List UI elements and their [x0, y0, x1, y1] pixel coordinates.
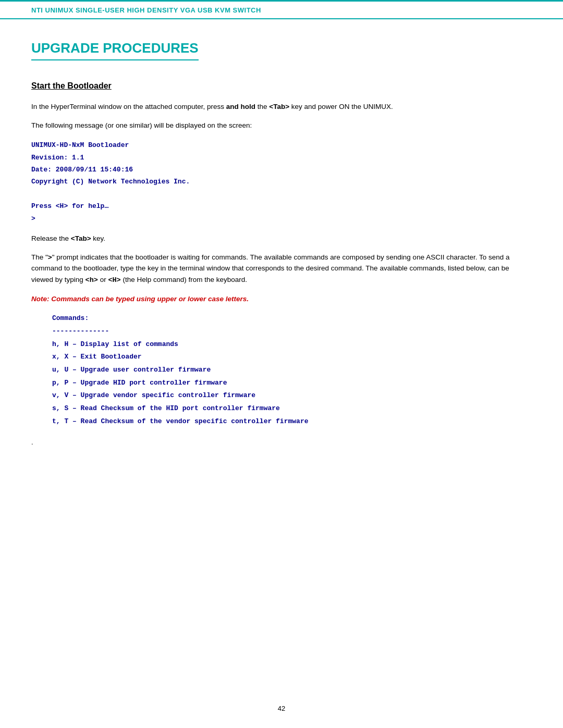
- page-number: 42: [278, 705, 285, 712]
- cmd-line-1: h, H – Display list of commands: [52, 338, 532, 351]
- code-line-6: >: [31, 213, 532, 225]
- cmd-line-2: x, X – Exit Bootloader: [52, 351, 532, 364]
- intro-text-end: key and power ON the UNIMUX.: [291, 103, 393, 110]
- code-line-blank: [31, 188, 532, 200]
- intro-bold: and hold: [226, 103, 255, 110]
- commands-separator: --------------: [52, 325, 532, 338]
- page-container: NTI UNIMUX SINGLE-USER HIGH DENSITY VGA …: [0, 0, 563, 728]
- prompt-paragraph: The ">" prompt indicates that the bootlo…: [31, 252, 532, 286]
- cmd-line-5: v, V – Upgrade vendor specific controlle…: [52, 389, 532, 402]
- note-text: Note: Commands can be typed using upper …: [31, 295, 532, 303]
- intro-text-pre: In the HyperTerminal window on the attac…: [31, 103, 226, 110]
- intro-text-mid: the: [258, 103, 270, 110]
- page-footer: 42: [0, 705, 563, 712]
- cmd-line-7: t, T – Read Checksum of the vendor speci…: [52, 415, 532, 428]
- intro-tab-key: <Tab>: [269, 103, 289, 110]
- code-line-5: Press <H> for help…: [31, 200, 532, 212]
- content-area: UPGRADE PROCEDURES Start the Bootloader …: [0, 19, 563, 477]
- commands-block: Commands: -------------- h, H – Display …: [52, 312, 532, 428]
- page-main-title: UPGRADE PROCEDURES: [31, 40, 199, 60]
- code-line-4: Copyright (C) Network Technologies Inc.: [31, 176, 532, 188]
- release-paragraph: Release the <Tab> key.: [31, 233, 532, 244]
- release-pre: Release the: [31, 235, 71, 242]
- prompt-text: The ">" prompt indicates that the bootlo…: [31, 253, 510, 283]
- code-line-2: Revision: 1.1: [31, 152, 532, 164]
- code-line-3: Date: 2008/09/11 15:40:16: [31, 164, 532, 176]
- intro-paragraph-2: The following message (or one similar) w…: [31, 120, 532, 131]
- dot-line: .: [31, 438, 532, 446]
- cmd-line-3: u, U – Upgrade user controller firmware: [52, 364, 532, 377]
- header-bar: NTI UNIMUX SINGLE-USER HIGH DENSITY VGA …: [0, 0, 563, 19]
- release-tab: <Tab>: [71, 235, 91, 242]
- code-line-1: UNIMUX-HD-NxM Bootloader: [31, 139, 532, 151]
- commands-header: Commands:: [52, 312, 532, 325]
- cmd-line-4: p, P – Upgrade HID port controller firmw…: [52, 377, 532, 390]
- code-block: UNIMUX-HD-NxM Bootloader Revision: 1.1 D…: [31, 139, 532, 225]
- intro-paragraph: In the HyperTerminal window on the attac…: [31, 101, 532, 113]
- section-title: Start the Bootloader: [31, 81, 532, 91]
- header-title: NTI UNIMUX SINGLE-USER HIGH DENSITY VGA …: [31, 6, 261, 14]
- cmd-line-6: s, S – Read Checksum of the HID port con…: [52, 402, 532, 415]
- release-post: key.: [93, 235, 105, 242]
